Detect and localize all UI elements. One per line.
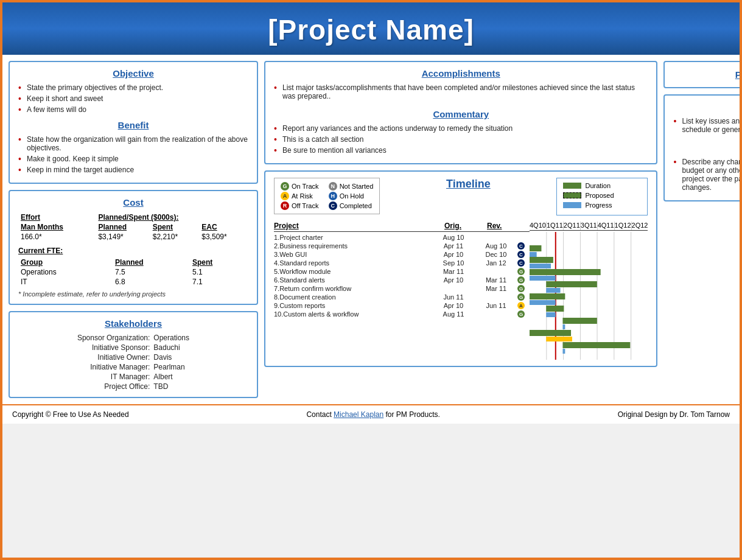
status-legend-grid: G On Track N Not Started A At Risk H — [281, 182, 373, 210]
gantt-tasks: Project Orig. Rev. 1.Project charter Aug… — [274, 222, 530, 360]
task-rev-5: Mar 11 — [475, 276, 517, 284]
proposed-swatch — [563, 192, 581, 198]
footer-middle-link[interactable]: Michael Kaplan — [334, 410, 383, 419]
eac-value: $3,509* — [199, 232, 248, 242]
objective-title: Objective — [18, 68, 248, 79]
bar-7-progress — [562, 324, 565, 329]
chart-legend: Duration Proposed Progress — [556, 178, 648, 215]
objective-panel: Objective State the primary objectives o… — [9, 61, 258, 184]
bar-5-progress — [530, 300, 556, 305]
bar-3-progress — [530, 276, 556, 281]
footer: Copyright © Free to Use As Needed Contac… — [2, 404, 740, 424]
changes-list: Describe any changes to the project obje… — [673, 158, 742, 192]
task-status-2: C — [517, 251, 525, 258]
duration-swatch — [563, 183, 581, 189]
accomplishments-list: List major tasks/accomplishments that ha… — [274, 83, 648, 100]
list-item: Make it good. Keep it simple — [18, 155, 248, 163]
commentary-list: Report any variances and the actions und… — [274, 124, 648, 155]
mm-value: 166.0* — [18, 232, 96, 242]
table-row: 10.Custom alerts & workflow Aug 11 G — [274, 310, 530, 318]
completed-label: Completed — [340, 202, 372, 209]
gantt-quarters: 4Q10 1Q11 2Q11 3Q11 4Q11 1Q12 2Q12 — [530, 222, 648, 231]
spent-header: Spent — [150, 222, 200, 232]
on-track-icon: G — [281, 182, 289, 191]
list-item: State the primary objectives of the proj… — [18, 83, 248, 92]
table-row: 1.Project charter Aug 10 — [274, 233, 530, 242]
table-row: 7.Return confirm workflow Mar 11 G — [274, 284, 530, 293]
task-orig-3: Sep 10 — [432, 259, 475, 267]
quarter-0: 4Q10 — [530, 222, 547, 230]
stakeholders-grid: Sponsor Organization: Operations Initiat… — [18, 334, 248, 391]
list-item: List major tasks/accomplishments that ha… — [274, 83, 648, 100]
proposed-label: Proposed — [585, 192, 614, 199]
table-row: 2.Business requirements Apr 11 Aug 10 C — [274, 242, 530, 250]
task-rev-6: Mar 11 — [475, 285, 517, 292]
rev-col-header: Rev. — [487, 222, 530, 230]
table-row: 4.Standard reports Sep 10 Jan 12 C — [274, 259, 530, 267]
table-row: 6.Standard alerts Apr 10 Mar 11 G — [274, 276, 530, 284]
cost-table: Effort Planned/Spent ($000s): Man Months… — [18, 212, 248, 242]
issues-risks-list: List key issues and/or risks that may af… — [673, 117, 742, 134]
timeline-panel: G On Track N Not Started A At Risk H — [264, 170, 657, 367]
bar-8-progress — [546, 337, 572, 341]
list-item: Keep it short and sweet — [18, 94, 248, 103]
quarter-3: 3Q11 — [581, 222, 598, 230]
task-status-4: G — [517, 268, 525, 275]
task-name-5: 6.Standard alerts — [274, 276, 432, 284]
task-name-4: 5.Workflow module — [274, 268, 432, 275]
project-status-label: Project Status: — [735, 69, 742, 80]
middle-column: Accomplishments List major tasks/accompl… — [264, 61, 657, 398]
task-rev-8: Jun 11 — [475, 302, 517, 309]
cost-note: * Incomplete estimate, refer to underlyi… — [18, 290, 248, 298]
bar-4-duration — [546, 281, 597, 287]
task-status-6: G — [517, 285, 525, 292]
on-hold-label: On Hold — [340, 192, 364, 200]
table-row: 8.Document creation Jun 11 G — [274, 293, 530, 301]
list-item: List key issues and/or risks that may af… — [673, 117, 742, 134]
task-status-1: C — [517, 242, 525, 250]
changes-title: Changes — [673, 142, 742, 153]
legend-duration: Duration — [563, 182, 641, 189]
task-status-5: G — [517, 276, 525, 284]
legend-not-started: N Not Started — [329, 182, 374, 191]
issues-risks-panel: Issues/Risks List key issues and/or risk… — [663, 94, 742, 201]
list-item: Be sure to mention all variances — [274, 146, 648, 155]
left-column: Objective State the primary objectives o… — [9, 61, 258, 398]
objective-list: State the primary objectives of the proj… — [18, 83, 248, 114]
legend-off-track: R Off Track — [281, 201, 319, 210]
table-row: 3.Web GUI Apr 10 Dec 10 C — [274, 250, 530, 259]
cost-panel: Cost Effort Planned/Spent ($000s): Man M… — [9, 190, 258, 305]
list-item: Describe any changes to the project obje… — [673, 158, 742, 192]
bar-9-duration — [562, 342, 630, 348]
fte-planned-1: 6.8 — [113, 277, 190, 287]
table-row: 9.Custom reports Apr 10 Jun 11 A — [274, 301, 530, 310]
task-rev-3: Jan 12 — [475, 259, 517, 267]
task-orig-1: Apr 11 — [432, 242, 475, 250]
list-item: Report any variances and the actions und… — [274, 124, 648, 133]
bar-6-progress — [546, 312, 556, 317]
timeline-header: G On Track N Not Started A At Risk H — [274, 178, 648, 215]
bar-3-duration — [530, 269, 601, 275]
task-name-9: 10.Custom alerts & workflow — [274, 310, 432, 318]
bar-8-duration — [530, 330, 571, 336]
task-name-1: 2.Business requirements — [274, 242, 432, 250]
stake-label-0: Sponsor Organization: — [77, 334, 150, 342]
accomplishments-title: Accomplishments — [274, 68, 648, 79]
not-started-label: Not Started — [340, 183, 374, 190]
legend-proposed: Proposed — [563, 192, 641, 199]
main-content: Objective State the primary objectives o… — [2, 55, 740, 404]
task-status-9: G — [517, 310, 525, 318]
timeline-title: Timeline — [386, 178, 550, 191]
fte-group-header: Group — [18, 257, 113, 267]
task-rev-1: Aug 10 — [475, 242, 517, 250]
off-track-icon: R — [281, 201, 289, 210]
planned-spent-label: Planned/Spent ($000s): — [96, 212, 248, 222]
footer-middle-text: Contact — [306, 410, 334, 419]
table-row: 5.Workflow module Mar 11 G — [274, 267, 530, 276]
status-legend: G On Track N Not Started A At Risk H — [274, 178, 380, 214]
task-orig-8: Apr 10 — [432, 302, 475, 309]
bar-2-progress — [530, 264, 551, 268]
effort-label: Effort — [18, 212, 96, 222]
stakeholders-panel: Stakeholders Sponsor Organization: Opera… — [9, 311, 258, 398]
cost-title: Cost — [18, 197, 248, 208]
